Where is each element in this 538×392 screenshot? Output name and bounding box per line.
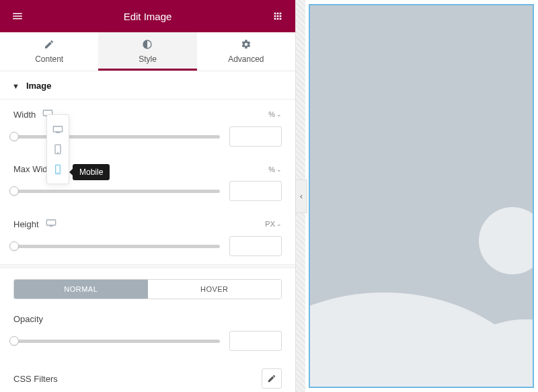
placeholder-sun-icon xyxy=(479,207,534,274)
tab-content[interactable]: Content xyxy=(0,32,98,71)
contrast-icon xyxy=(142,39,153,52)
maxwidth-input[interactable] xyxy=(229,181,282,201)
device-mobile[interactable] xyxy=(47,159,69,180)
state-toggle: NORMAL HOVER xyxy=(13,279,282,299)
responsive-icon[interactable] xyxy=(46,219,56,229)
opacity-slider[interactable] xyxy=(9,336,220,346)
state-normal-button[interactable]: NORMAL xyxy=(14,280,148,299)
opacity-label: Opacity xyxy=(13,314,43,324)
panel-title: Edit Image xyxy=(26,11,270,22)
tabs: Content Style Advanced xyxy=(0,32,295,71)
svg-rect-4 xyxy=(53,126,62,132)
width-slider[interactable] xyxy=(9,132,220,141)
caret-down-icon: ▼ xyxy=(12,82,20,90)
collapse-panel-button[interactable]: ‹ xyxy=(295,180,307,213)
tab-label: Advanced xyxy=(228,54,264,64)
chevron-down-icon: ⌄ xyxy=(276,221,282,227)
state-hover-button[interactable]: HOVER xyxy=(148,280,282,299)
pencil-icon xyxy=(44,39,54,52)
device-popover xyxy=(46,114,69,184)
apps-button[interactable] xyxy=(270,8,286,24)
height-slider[interactable] xyxy=(9,241,220,251)
width-input[interactable] xyxy=(229,126,282,147)
svg-rect-2 xyxy=(46,220,55,225)
maxwidth-unit-select[interactable]: % ⌄ xyxy=(268,165,282,173)
preview-frame[interactable] xyxy=(309,4,534,388)
cssfilters-edit-button[interactable] xyxy=(262,368,282,389)
menu-button[interactable] xyxy=(9,8,26,24)
chevron-down-icon: ⌄ xyxy=(276,166,282,173)
divider xyxy=(0,264,295,268)
gear-icon xyxy=(241,39,252,52)
svg-point-7 xyxy=(58,152,59,153)
device-tooltip: Mobile xyxy=(73,164,110,180)
tab-advanced[interactable]: Advanced xyxy=(197,32,295,71)
tab-style[interactable]: Style xyxy=(98,32,196,71)
opacity-input[interactable] xyxy=(229,331,282,351)
svg-point-9 xyxy=(58,172,59,173)
height-input[interactable] xyxy=(229,236,282,256)
height-unit-select[interactable]: PX ⌄ xyxy=(265,220,282,228)
section-title: Image xyxy=(26,81,52,91)
width-label: Width xyxy=(13,110,36,120)
maxwidth-slider[interactable] xyxy=(9,186,220,196)
tab-label: Content xyxy=(35,54,63,64)
width-unit-select[interactable]: % ⌄ xyxy=(268,110,282,118)
device-desktop[interactable] xyxy=(47,119,69,139)
chevron-down-icon: ⌄ xyxy=(276,111,282,118)
section-toggle-image[interactable]: ▼ Image xyxy=(0,71,295,100)
tab-label: Style xyxy=(139,54,157,64)
height-label: Height xyxy=(13,219,39,229)
cssfilters-label: CSS Filters xyxy=(13,374,58,384)
device-tablet[interactable] xyxy=(47,139,69,159)
